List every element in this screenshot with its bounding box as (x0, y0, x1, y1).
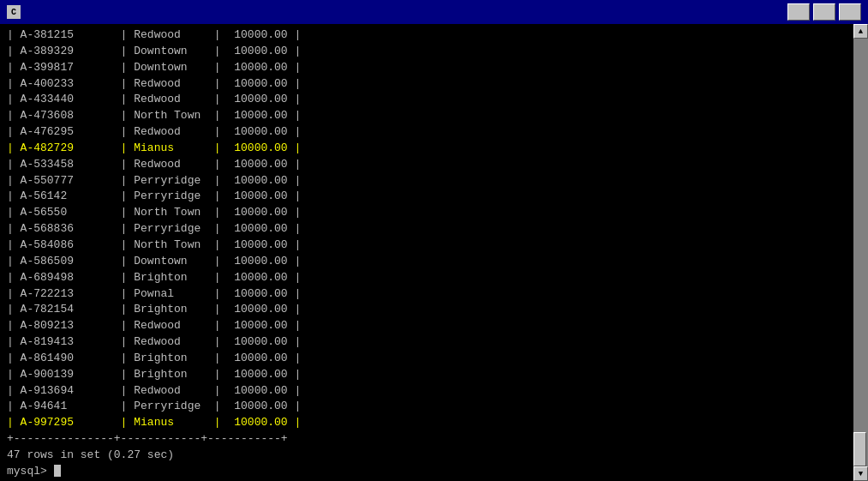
table-row: | A-861490 | Brighton | 10000.00 | (7, 351, 861, 367)
scrollbar-thumb[interactable] (853, 432, 866, 466)
table-row: | A-533458 | Redwood | 10000.00 | (7, 157, 861, 173)
table-row: | A-56142 | Perryridge | 10000.00 | (7, 189, 861, 205)
cmd-icon: C (7, 5, 21, 19)
table-row: | A-476295 | Redwood | 10000.00 | (7, 124, 861, 141)
table-row: | A-389329 | Downtown | 10000.00 | (7, 44, 861, 60)
table-row: | A-900139 | Brighton | 10000.00 | (7, 367, 861, 383)
table-row: | A-584086 | North Town | 10000.00 | (7, 237, 861, 254)
close-button[interactable] (839, 3, 861, 21)
table-row: | A-586509 | Downtown | 10000.00 | (7, 254, 861, 270)
window-controls[interactable] (787, 3, 861, 21)
scroll-up-button[interactable]: ▲ (853, 24, 868, 39)
table-row: +---------------+------------+----------… (7, 431, 861, 448)
table-row: | A-913694 | Redwood | 10000.00 | (7, 383, 861, 400)
table-row: | A-433440 | Redwood | 10000.00 | (7, 92, 861, 108)
table-row: | A-473608 | North Town | 10000.00 | (7, 108, 861, 124)
table-row: | A-482729 | Mianus | 10000.00 | (7, 141, 861, 157)
title-bar: C (0, 0, 868, 24)
output-lines: | A-381215 | Redwood | 10000.00 || A-389… (7, 27, 861, 480)
table-row: | A-381215 | Redwood | 10000.00 | (7, 27, 861, 44)
table-row: | A-997295 | Mianus | 10000.00 | (7, 415, 861, 431)
terminal-cursor (54, 465, 61, 477)
maximize-button[interactable] (813, 3, 835, 21)
result-footer: 47 rows in set (0.27 sec) (7, 448, 861, 464)
mysql-prompt[interactable]: mysql> (7, 464, 861, 480)
table-row: | A-550777 | Perryridge | 10000.00 | (7, 173, 861, 189)
table-row: | A-56550 | North Town | 10000.00 | (7, 205, 861, 221)
minimize-button[interactable] (787, 3, 810, 21)
table-row: | A-809213 | Redwood | 10000.00 | (7, 318, 861, 334)
scrollbar[interactable]: ▲ ▼ (853, 24, 868, 481)
table-row: | A-782154 | Brighton | 10000.00 | (7, 302, 861, 318)
title-bar-left: C (7, 5, 26, 19)
table-row: | A-400233 | Redwood | 10000.00 | (7, 76, 861, 93)
table-row: | A-568836 | Perryridge | 10000.00 | (7, 221, 861, 237)
terminal-window: | A-381215 | Redwood | 10000.00 || A-389… (0, 24, 868, 481)
table-row: | A-722213 | Pownal | 10000.00 | (7, 286, 861, 303)
table-row: | A-399817 | Downtown | 10000.00 | (7, 60, 861, 76)
table-row: | A-689498 | Brighton | 10000.00 | (7, 270, 861, 286)
table-row: | A-94641 | Perryridge | 10000.00 | (7, 399, 861, 415)
scroll-down-button[interactable]: ▼ (853, 466, 868, 481)
scrollbar-track[interactable] (853, 39, 868, 466)
table-row: | A-819413 | Redwood | 10000.00 | (7, 334, 861, 351)
